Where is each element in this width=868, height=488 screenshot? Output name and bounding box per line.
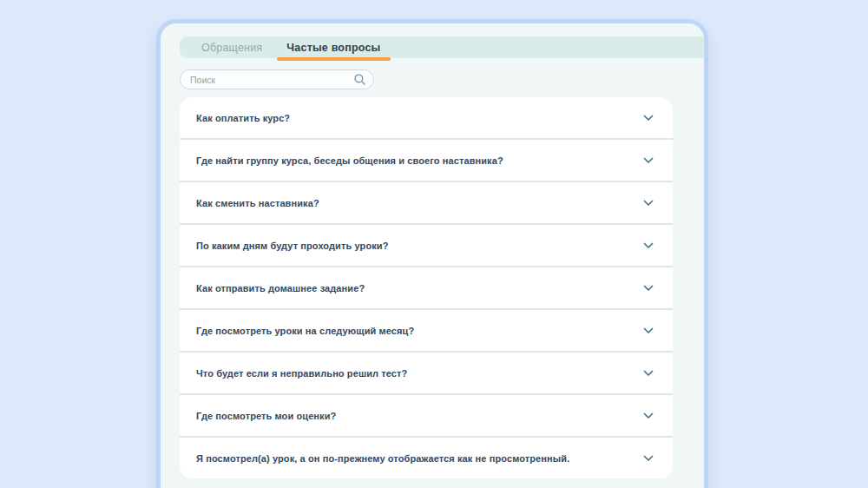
chevron-down-icon[interactable] xyxy=(643,370,654,377)
chevron-down-icon[interactable] xyxy=(643,327,654,334)
faq-question: Я посмотрел(а) урок, а он по-прежнему от… xyxy=(196,453,569,464)
search-input[interactable] xyxy=(190,75,354,85)
faq-question: По каким дням будут проходить уроки? xyxy=(196,241,388,251)
chevron-down-icon[interactable] xyxy=(643,455,654,462)
chevron-down-icon[interactable] xyxy=(643,412,654,419)
tab-appeals-label: Обращения xyxy=(201,42,262,54)
tab-frequent-questions[interactable]: Частые вопросы xyxy=(277,36,390,58)
faq-item[interactable]: Как отправить домашнее задание? xyxy=(180,267,673,308)
faq-question: Как оплатить курс? xyxy=(196,113,290,123)
chevron-down-icon[interactable] xyxy=(643,115,654,122)
tab-frequent-questions-label: Частые вопросы xyxy=(286,42,380,54)
faq-item[interactable]: Где найти группу курса, беседы общения и… xyxy=(180,140,673,181)
search-box[interactable] xyxy=(180,69,374,89)
search-icon[interactable] xyxy=(354,74,365,85)
faq-question: Где найти группу курса, беседы общения и… xyxy=(196,155,503,166)
faq-item[interactable]: По каким дням будут проходить уроки? xyxy=(180,225,673,266)
faq-list: Как оплатить курс? Где найти группу курс… xyxy=(180,97,673,478)
chevron-down-icon[interactable] xyxy=(643,285,654,292)
faq-panel: Обращения Частые вопросы Как оплатить ку… xyxy=(159,22,706,488)
faq-item[interactable]: Я посмотрел(а) урок, а он по-прежнему от… xyxy=(180,438,673,478)
faq-item[interactable]: Где посмотреть уроки на следующий месяц? xyxy=(180,310,673,351)
faq-item[interactable]: Как оплатить курс? xyxy=(180,97,673,138)
tab-appeals[interactable]: Обращения xyxy=(192,36,272,58)
faq-question: Где посмотреть уроки на следующий месяц? xyxy=(196,326,414,336)
chevron-down-icon[interactable] xyxy=(643,157,654,164)
faq-item[interactable]: Что будет если я неправильно решил тест? xyxy=(180,353,673,393)
faq-question: Как отправить домашнее задание? xyxy=(196,283,365,293)
chevron-down-icon[interactable] xyxy=(643,242,654,249)
faq-question: Что будет если я неправильно решил тест? xyxy=(196,368,407,379)
faq-question: Как сменить наставника? xyxy=(196,198,319,208)
faq-item[interactable]: Где посмотреть мои оценки? xyxy=(180,395,673,436)
faq-item[interactable]: Как сменить наставника? xyxy=(180,182,673,223)
chevron-down-icon[interactable] xyxy=(643,200,654,207)
tab-bar: Обращения Частые вопросы xyxy=(180,36,704,58)
faq-question: Где посмотреть мои оценки? xyxy=(196,411,336,421)
